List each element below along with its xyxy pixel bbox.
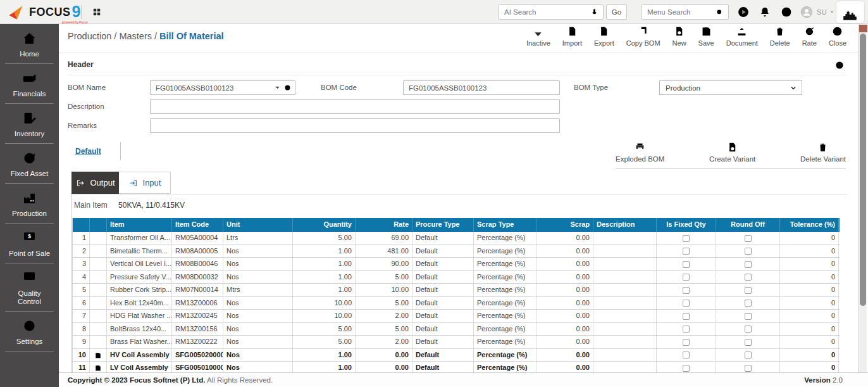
cell-unit[interactable]: Nos <box>223 362 293 372</box>
cell-unit[interactable]: Nos <box>223 323 293 336</box>
cell-scrap[interactable]: 0.00 <box>536 323 593 336</box>
bom-name-gear-icon[interactable] <box>283 84 292 92</box>
cell-scrap[interactable]: 0.00 <box>536 297 593 310</box>
is-fixed-qty-checkbox[interactable] <box>683 274 690 281</box>
round-off-checkbox[interactable] <box>745 300 752 307</box>
cell-quantity[interactable]: 10.00 <box>293 310 356 322</box>
go-button[interactable]: Go <box>606 4 627 20</box>
column-header-unit[interactable]: Unit <box>223 218 293 232</box>
cell-tolerance[interactable]: 0 <box>780 362 839 372</box>
sidebar-item-production[interactable]: Production <box>5 184 54 224</box>
cell-scrap[interactable]: 0.00 <box>536 349 593 362</box>
cell-tolerance[interactable]: 0 <box>780 310 839 322</box>
scrollbar-top-button[interactable] <box>859 25 867 32</box>
round-off-checkbox[interactable] <box>745 261 752 268</box>
cell-procure-type[interactable]: Default <box>412 232 474 244</box>
table-row[interactable]: 4 Pressure Safety V... RM08D00032 Nos 1.… <box>72 271 840 284</box>
breadcrumb-parents[interactable]: Production / Masters / <box>68 31 159 41</box>
column-header-description[interactable]: Description <box>593 218 657 232</box>
cell-rate[interactable]: 0.00 <box>356 362 412 372</box>
bom-name-input[interactable] <box>151 84 274 92</box>
column-header-round-off[interactable]: Round Off <box>716 218 780 232</box>
cell-scrap-type[interactable]: Percentage (%) <box>474 284 536 296</box>
cell-procure-type[interactable]: Default <box>412 362 474 372</box>
sidebar-item-inventory[interactable]: Inventory <box>5 104 54 144</box>
sidebar-item-fixed-asset[interactable]: Fixed Asset <box>5 144 54 184</box>
cell-quantity[interactable]: 10.00 <box>293 297 356 310</box>
cell-tolerance[interactable]: 0 <box>780 258 839 270</box>
sidebar-item-quality-control[interactable]: Quality Control <box>5 263 54 312</box>
column-header-row-number[interactable] <box>72 218 90 232</box>
cell-item-code[interactable]: RM05A00004 <box>172 232 223 244</box>
cell-item[interactable]: HV Coil Assembly <box>107 349 172 362</box>
is-fixed-qty-checkbox[interactable] <box>683 248 690 255</box>
close-button[interactable]: Close <box>829 25 846 47</box>
is-fixed-qty-checkbox[interactable] <box>683 326 690 333</box>
cell-item-code[interactable]: RM13Z00222 <box>172 336 223 348</box>
cell-unit[interactable]: Nos <box>223 349 293 362</box>
cell-rate[interactable]: 10.00 <box>356 284 412 296</box>
table-row[interactable]: 9 Brass Flat Washer... RM13Z00222 Nos 5.… <box>72 336 840 349</box>
cell-quantity[interactable]: 1.00 <box>293 349 356 362</box>
cell-unit[interactable]: Ltrs <box>223 232 293 244</box>
round-off-checkbox[interactable] <box>745 326 752 333</box>
column-header-scrap-type[interactable]: Scrap Type <box>474 218 536 232</box>
sidebar-item-financials[interactable]: Financials <box>5 64 54 104</box>
cell-description[interactable] <box>593 245 657 258</box>
cell-tolerance[interactable]: 0 <box>780 232 839 244</box>
cell-description[interactable] <box>593 310 657 322</box>
cell-description[interactable] <box>593 297 657 310</box>
cell-tolerance[interactable]: 0 <box>780 323 839 336</box>
cell-description[interactable] <box>593 362 657 372</box>
table-row[interactable]: 7 HDG Flat Washer ... RM13Z00245 Nos 10.… <box>72 310 840 323</box>
cell-description[interactable] <box>593 232 657 244</box>
cell-rate[interactable]: 90.00 <box>356 258 412 270</box>
description-input[interactable] <box>151 103 559 111</box>
cell-scrap[interactable]: 0.00 <box>536 310 593 322</box>
cell-scrap[interactable]: 0.00 <box>536 362 593 372</box>
history-icon[interactable] <box>779 5 793 19</box>
column-header-quantity[interactable]: Quantity <box>293 218 356 232</box>
menu-search-input[interactable] <box>642 8 715 16</box>
create-variant-button[interactable]: Create Variant <box>709 141 755 163</box>
delete-variant-button[interactable]: Delete Variant <box>800 141 846 163</box>
cell-description[interactable] <box>593 284 657 296</box>
cell-procure-type[interactable]: Default <box>412 297 474 310</box>
collapse-section-icon[interactable] <box>834 60 845 70</box>
apps-grid-icon[interactable] <box>91 6 102 18</box>
cell-scrap[interactable]: 0.00 <box>536 271 593 284</box>
cell-item-code[interactable]: RM07N00014 <box>172 284 223 296</box>
column-header-row-icon[interactable] <box>90 218 107 232</box>
cell-unit[interactable]: Nos <box>223 297 293 310</box>
sidebar-item-settings[interactable]: Settings <box>5 312 54 352</box>
export-button[interactable]: Export <box>594 25 614 47</box>
tab-input[interactable]: Input <box>119 172 171 194</box>
cell-quantity[interactable]: 5.00 <box>293 232 356 244</box>
bom-code-input[interactable] <box>404 84 559 92</box>
cell-rate[interactable]: 2.00 <box>356 310 412 322</box>
microphone-icon[interactable] <box>590 8 599 17</box>
cell-item-code[interactable]: RM13Z00245 <box>172 310 223 322</box>
is-fixed-qty-checkbox[interactable] <box>683 339 690 346</box>
cell-item-code[interactable]: RM13Z00006 <box>172 297 223 310</box>
cell-unit[interactable]: Nos <box>223 245 293 258</box>
cell-item-code[interactable]: RM08A00005 <box>172 245 223 258</box>
cell-item-code[interactable]: RM08D00032 <box>172 271 223 284</box>
round-off-checkbox[interactable] <box>745 248 752 255</box>
cell-rate[interactable]: 5.00 <box>356 297 412 310</box>
round-off-checkbox[interactable] <box>745 339 752 346</box>
column-header-rate[interactable]: Rate <box>356 218 412 232</box>
cell-rate[interactable]: 0.00 <box>356 349 412 362</box>
round-off-checkbox[interactable] <box>745 274 752 281</box>
is-fixed-qty-checkbox[interactable] <box>683 313 690 320</box>
cell-item[interactable]: HDG Flat Washer ... <box>107 310 172 322</box>
cell-item-code[interactable]: RM08B00046 <box>172 258 223 270</box>
rate-button[interactable]: Rate <box>802 25 817 47</box>
cell-scrap[interactable]: 0.00 <box>536 336 593 348</box>
cell-tolerance[interactable]: 0 <box>780 297 839 310</box>
cell-procure-type[interactable]: Default <box>412 336 474 348</box>
column-header-is-fixed-qty[interactable]: Is Fixed Qty <box>657 218 716 232</box>
table-row[interactable]: 10 HV Coil Assembly SFG00502000002 Nos 1… <box>72 349 840 362</box>
variant-tab-default[interactable]: Default <box>75 147 101 156</box>
cell-rate[interactable]: 2.00 <box>356 336 412 348</box>
